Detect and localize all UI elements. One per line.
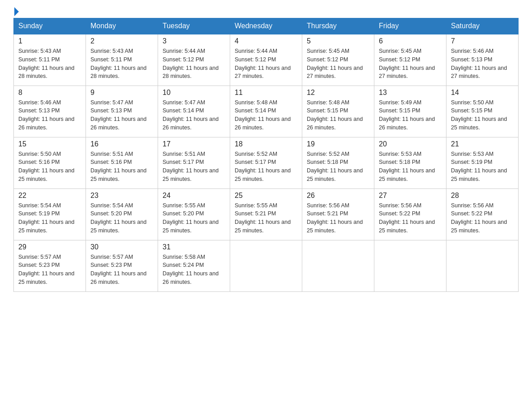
calendar-day-cell: 19 Sunrise: 5:52 AM Sunset: 5:18 PM Dayl…	[302, 137, 374, 188]
day-info: Sunrise: 5:46 AM Sunset: 5:13 PM Dayligh…	[451, 47, 514, 81]
calendar-day-cell: 24 Sunrise: 5:55 AM Sunset: 5:20 PM Dayl…	[158, 188, 230, 240]
day-number: 11	[235, 89, 297, 97]
calendar-day-cell: 16 Sunrise: 5:51 AM Sunset: 5:16 PM Dayl…	[86, 137, 158, 188]
calendar-table: SundayMondayTuesdayWednesdayThursdayFrid…	[13, 18, 519, 292]
calendar-day-cell: 12 Sunrise: 5:48 AM Sunset: 5:15 PM Dayl…	[302, 86, 374, 137]
day-number: 14	[451, 89, 514, 97]
calendar-header-row: SundayMondayTuesdayWednesdayThursdayFrid…	[14, 18, 519, 34]
calendar-day-cell: 23 Sunrise: 5:54 AM Sunset: 5:20 PM Dayl…	[86, 188, 158, 240]
day-info: Sunrise: 5:48 AM Sunset: 5:15 PM Dayligh…	[307, 98, 369, 132]
day-number: 19	[307, 140, 369, 148]
day-number: 2	[90, 37, 153, 45]
calendar-day-header: Sunday	[14, 18, 86, 34]
day-number: 7	[451, 37, 514, 45]
calendar-day-cell: 26 Sunrise: 5:56 AM Sunset: 5:21 PM Dayl…	[302, 188, 374, 240]
day-number: 18	[235, 140, 297, 148]
calendar-day-cell: 4 Sunrise: 5:44 AM Sunset: 5:12 PM Dayli…	[230, 34, 302, 86]
day-info: Sunrise: 5:56 AM Sunset: 5:22 PM Dayligh…	[379, 201, 442, 235]
calendar-day-cell: 28 Sunrise: 5:56 AM Sunset: 5:22 PM Dayl…	[446, 188, 519, 240]
day-number: 13	[379, 89, 442, 97]
day-info: Sunrise: 5:47 AM Sunset: 5:14 PM Dayligh…	[163, 98, 225, 132]
day-info: Sunrise: 5:47 AM Sunset: 5:13 PM Dayligh…	[90, 98, 153, 132]
calendar-week-row: 29 Sunrise: 5:57 AM Sunset: 5:23 PM Dayl…	[14, 240, 519, 291]
calendar-week-row: 1 Sunrise: 5:43 AM Sunset: 5:11 PM Dayli…	[14, 34, 519, 86]
day-number: 28	[451, 192, 514, 200]
calendar-day-cell: 31 Sunrise: 5:58 AM Sunset: 5:24 PM Dayl…	[158, 240, 230, 291]
day-info: Sunrise: 5:57 AM Sunset: 5:23 PM Dayligh…	[18, 253, 81, 287]
day-number: 23	[90, 192, 153, 200]
day-info: Sunrise: 5:44 AM Sunset: 5:12 PM Dayligh…	[235, 47, 297, 81]
day-number: 17	[163, 140, 225, 148]
day-number: 10	[163, 89, 225, 97]
day-info: Sunrise: 5:55 AM Sunset: 5:20 PM Dayligh…	[163, 201, 225, 235]
day-number: 8	[18, 89, 81, 97]
day-number: 22	[18, 192, 81, 200]
calendar-day-cell: 25 Sunrise: 5:55 AM Sunset: 5:21 PM Dayl…	[230, 188, 302, 240]
calendar-day-header: Saturday	[446, 18, 519, 34]
day-number: 26	[307, 192, 369, 200]
day-number: 24	[163, 192, 225, 200]
calendar-day-cell	[374, 240, 446, 291]
calendar-day-cell	[230, 240, 302, 291]
day-info: Sunrise: 5:53 AM Sunset: 5:19 PM Dayligh…	[451, 150, 514, 184]
day-info: Sunrise: 5:58 AM Sunset: 5:24 PM Dayligh…	[163, 253, 225, 287]
day-info: Sunrise: 5:51 AM Sunset: 5:16 PM Dayligh…	[90, 150, 153, 184]
calendar-day-cell: 20 Sunrise: 5:53 AM Sunset: 5:18 PM Dayl…	[374, 137, 446, 188]
day-info: Sunrise: 5:54 AM Sunset: 5:19 PM Dayligh…	[18, 201, 81, 235]
day-info: Sunrise: 5:50 AM Sunset: 5:15 PM Dayligh…	[451, 98, 514, 132]
day-info: Sunrise: 5:46 AM Sunset: 5:13 PM Dayligh…	[18, 98, 81, 132]
calendar-day-header: Wednesday	[230, 18, 302, 34]
calendar-day-header: Thursday	[302, 18, 374, 34]
day-info: Sunrise: 5:54 AM Sunset: 5:20 PM Dayligh…	[90, 201, 153, 235]
page-header	[13, 9, 519, 13]
day-number: 4	[235, 37, 297, 45]
calendar-day-cell: 18 Sunrise: 5:52 AM Sunset: 5:17 PM Dayl…	[230, 137, 302, 188]
calendar-day-cell: 7 Sunrise: 5:46 AM Sunset: 5:13 PM Dayli…	[446, 34, 519, 86]
day-info: Sunrise: 5:51 AM Sunset: 5:17 PM Dayligh…	[163, 150, 225, 184]
calendar-day-cell: 5 Sunrise: 5:45 AM Sunset: 5:12 PM Dayli…	[302, 34, 374, 86]
calendar-day-cell: 10 Sunrise: 5:47 AM Sunset: 5:14 PM Dayl…	[158, 86, 230, 137]
day-number: 27	[379, 192, 442, 200]
day-number: 20	[379, 140, 442, 148]
day-info: Sunrise: 5:44 AM Sunset: 5:12 PM Dayligh…	[163, 47, 225, 81]
day-number: 12	[307, 89, 369, 97]
day-number: 15	[18, 140, 81, 148]
day-info: Sunrise: 5:56 AM Sunset: 5:21 PM Dayligh…	[307, 201, 369, 235]
calendar-day-cell: 29 Sunrise: 5:57 AM Sunset: 5:23 PM Dayl…	[14, 240, 86, 291]
day-info: Sunrise: 5:56 AM Sunset: 5:22 PM Dayligh…	[451, 201, 514, 235]
day-info: Sunrise: 5:49 AM Sunset: 5:15 PM Dayligh…	[379, 98, 442, 132]
day-number: 6	[379, 37, 442, 45]
day-number: 5	[307, 37, 369, 45]
day-number: 16	[90, 140, 153, 148]
calendar-day-cell: 21 Sunrise: 5:53 AM Sunset: 5:19 PM Dayl…	[446, 137, 519, 188]
calendar-day-cell: 1 Sunrise: 5:43 AM Sunset: 5:11 PM Dayli…	[14, 34, 86, 86]
calendar-day-cell	[302, 240, 374, 291]
calendar-day-cell: 3 Sunrise: 5:44 AM Sunset: 5:12 PM Dayli…	[158, 34, 230, 86]
day-number: 30	[90, 243, 153, 251]
calendar-day-cell: 14 Sunrise: 5:50 AM Sunset: 5:15 PM Dayl…	[446, 86, 519, 137]
day-info: Sunrise: 5:52 AM Sunset: 5:18 PM Dayligh…	[307, 150, 369, 184]
day-number: 1	[18, 37, 81, 45]
day-number: 9	[90, 89, 153, 97]
calendar-day-cell: 13 Sunrise: 5:49 AM Sunset: 5:15 PM Dayl…	[374, 86, 446, 137]
calendar-day-cell: 30 Sunrise: 5:57 AM Sunset: 5:23 PM Dayl…	[86, 240, 158, 291]
calendar-day-header: Friday	[374, 18, 446, 34]
calendar-day-cell: 17 Sunrise: 5:51 AM Sunset: 5:17 PM Dayl…	[158, 137, 230, 188]
calendar-day-cell: 27 Sunrise: 5:56 AM Sunset: 5:22 PM Dayl…	[374, 188, 446, 240]
day-info: Sunrise: 5:50 AM Sunset: 5:16 PM Dayligh…	[18, 150, 81, 184]
calendar-week-row: 22 Sunrise: 5:54 AM Sunset: 5:19 PM Dayl…	[14, 188, 519, 240]
day-info: Sunrise: 5:53 AM Sunset: 5:18 PM Dayligh…	[379, 150, 442, 184]
day-number: 3	[163, 37, 225, 45]
day-info: Sunrise: 5:45 AM Sunset: 5:12 PM Dayligh…	[307, 47, 369, 81]
day-number: 29	[18, 243, 81, 251]
day-number: 21	[451, 140, 514, 148]
day-info: Sunrise: 5:57 AM Sunset: 5:23 PM Dayligh…	[90, 253, 153, 287]
calendar-day-cell	[446, 240, 519, 291]
calendar-day-cell: 15 Sunrise: 5:50 AM Sunset: 5:16 PM Dayl…	[14, 137, 86, 188]
day-info: Sunrise: 5:43 AM Sunset: 5:11 PM Dayligh…	[90, 47, 153, 81]
logo-arrow-icon	[14, 7, 19, 16]
calendar-day-cell: 2 Sunrise: 5:43 AM Sunset: 5:11 PM Dayli…	[86, 34, 158, 86]
day-number: 31	[163, 243, 225, 251]
day-info: Sunrise: 5:52 AM Sunset: 5:17 PM Dayligh…	[235, 150, 297, 184]
calendar-week-row: 8 Sunrise: 5:46 AM Sunset: 5:13 PM Dayli…	[14, 86, 519, 137]
